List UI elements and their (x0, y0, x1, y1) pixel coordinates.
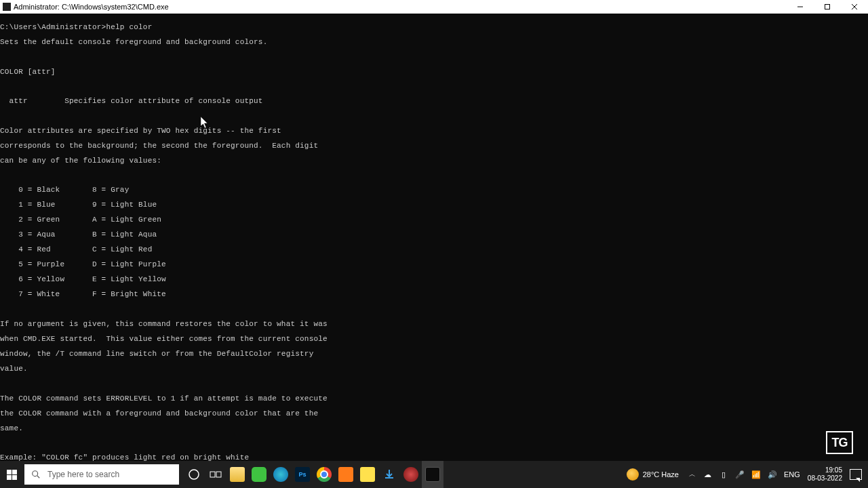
output-line: 0 = Black 8 = Gray (0, 186, 868, 194)
ps-icon: Ps (295, 467, 310, 482)
command-text: help color (106, 23, 152, 31)
search-placeholder: Type here to search (47, 470, 119, 479)
watermark-badge: TG (826, 431, 853, 454)
output-line: corresponds to the background; the secon… (0, 142, 868, 150)
output-line: value. (0, 365, 868, 373)
weather-temp: 28°C (643, 470, 660, 479)
output-line: 2 = Green A = Light Green (0, 216, 868, 224)
prompt: C:\Users\Administrator> (0, 23, 106, 31)
taskbar: Type here to search Ps 28°C Haze ︿ ☁ ▯ 🎤… (0, 461, 868, 488)
output-line (0, 306, 868, 313)
output-line: Color attributes are specified by TWO he… (0, 127, 868, 135)
output-line: Sets the default console foreground and … (0, 39, 868, 46)
output-line (0, 440, 868, 447)
output-line: If no argument is given, this command re… (0, 321, 868, 328)
output-line: 4 = Red C = Light Red (0, 246, 868, 253)
camera-icon: ▯ (719, 470, 728, 479)
edge-icon (273, 467, 288, 482)
close-button[interactable] (841, 0, 868, 14)
output-line: can be any of the following values: (0, 157, 868, 165)
output-line (0, 83, 868, 91)
taskbar-app-photoshop[interactable]: Ps (292, 461, 313, 488)
output-line: The COLOR command sets ERRORLEVEL to 1 i… (0, 395, 868, 403)
notification-icon (850, 469, 862, 480)
svg-point-6 (189, 470, 199, 479)
taskbar-app-wechat[interactable] (248, 461, 270, 488)
weather-widget[interactable]: 28°C Haze (620, 468, 686, 481)
app-icon (403, 467, 418, 482)
circle-icon (188, 468, 200, 481)
output-line: COLOR [attr] (0, 68, 868, 76)
output-line (0, 113, 868, 120)
tray-volume[interactable]: 🔊 (764, 461, 781, 488)
minimize-button[interactable] (787, 0, 814, 14)
terminal-output[interactable]: C:\Users\Administrator>help color Sets t… (0, 14, 868, 461)
maximize-button[interactable] (814, 0, 841, 14)
clock-time: 19:05 (808, 466, 842, 474)
search-input[interactable]: Type here to search (24, 464, 179, 485)
svg-line-5 (37, 476, 40, 479)
lang-label: ENG (784, 470, 800, 479)
notes-icon (360, 467, 375, 482)
output-line: 7 = White F = Bright White (0, 291, 868, 298)
taskbar-app-cmd[interactable] (422, 461, 443, 488)
output-line (0, 54, 868, 61)
taskbar-app-generic-1[interactable] (335, 461, 357, 488)
tray-language[interactable]: ENG (781, 461, 804, 488)
svg-rect-1 (825, 5, 830, 9)
output-line: same. (0, 425, 868, 432)
file-explorer-button[interactable] (226, 461, 248, 488)
cortana-button[interactable] (183, 461, 205, 488)
taskbar-app-notes[interactable] (357, 461, 378, 488)
app-icon (338, 467, 353, 482)
speaker-icon: 🔊 (768, 470, 777, 479)
wifi-icon: 📶 (751, 470, 761, 479)
task-view-button[interactable] (205, 461, 226, 488)
output-line: 6 = Yellow E = Light Yellow (0, 276, 868, 283)
output-line: 3 = Aqua B = Light Aqua (0, 231, 868, 239)
chrome-icon (317, 467, 332, 482)
windows-logo-icon (7, 470, 17, 480)
taskbar-app-download[interactable] (378, 461, 400, 488)
folder-icon (230, 467, 245, 482)
start-button[interactable] (0, 461, 23, 488)
weather-label: Haze (661, 470, 679, 479)
taskbar-app-chrome[interactable] (313, 461, 335, 488)
taskbar-app-generic-2[interactable] (400, 461, 422, 488)
search-icon (31, 470, 41, 479)
mic-icon: 🎤 (735, 470, 745, 479)
download-icon (383, 468, 395, 481)
svg-rect-7 (210, 472, 215, 477)
output-line: the COLOR command with a foreground and … (0, 410, 868, 418)
app-icon (3, 3, 11, 11)
tray-onedrive[interactable]: ☁ (699, 461, 715, 488)
clock-date: 08-03-2022 (808, 474, 842, 483)
tray-network[interactable]: 📶 (748, 461, 764, 488)
window-title: Administrator: C:\Windows\system32\CMD.e… (14, 3, 169, 11)
tray-clock[interactable]: 19:0508-03-2022 (804, 461, 846, 488)
output-line: attr Specifies color attribute of consol… (0, 98, 868, 105)
chevron-up-icon: ︿ (689, 470, 696, 479)
titlebar: Administrator: C:\Windows\system32\CMD.e… (0, 0, 868, 14)
svg-rect-8 (216, 472, 221, 477)
taskview-icon (210, 470, 222, 479)
svg-point-4 (33, 471, 38, 476)
output-line (0, 172, 868, 180)
output-line: 5 = Purple D = Light Purple (0, 261, 868, 268)
cmd-icon (425, 467, 440, 482)
chat-icon (252, 467, 267, 482)
tray-mic[interactable]: 🎤 (732, 461, 748, 488)
output-line: when CMD.EXE started. This value either … (0, 336, 868, 343)
tray-meet-now[interactable]: ▯ (715, 461, 732, 488)
output-line (0, 380, 868, 388)
taskbar-app-edge[interactable] (270, 461, 292, 488)
tray-overflow-button[interactable]: ︿ (686, 461, 699, 488)
output-line: window, the /T command line switch or fr… (0, 350, 868, 358)
weather-icon (627, 468, 639, 481)
output-line: 1 = Blue 9 = Light Blue (0, 201, 868, 209)
tray-notifications[interactable] (846, 461, 865, 488)
cloud-icon: ☁ (703, 470, 712, 479)
